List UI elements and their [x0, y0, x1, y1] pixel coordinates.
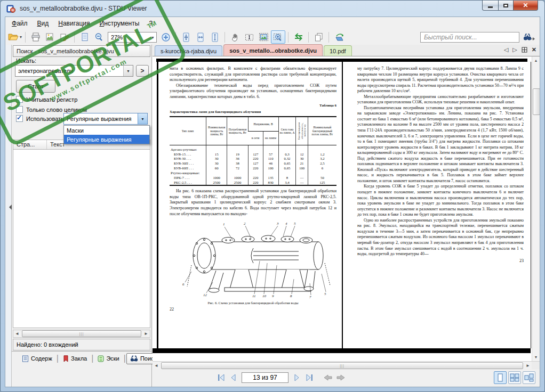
copy-pages-icon [314, 32, 323, 42]
print-icon [31, 32, 41, 42]
select-text-button[interactable] [242, 30, 257, 44]
tab-separator: | [57, 354, 59, 363]
next-page-button[interactable] [292, 372, 302, 383]
combo-dropdown-icon[interactable]: ▼ [123, 66, 133, 76]
rotate-page-button[interactable] [332, 30, 346, 44]
previous-page-button[interactable] [228, 372, 238, 383]
title-bar[interactable]: sos_v_metalloobrabotke.djvu - STDU Viewe… [1, 1, 544, 17]
zoom-out-button[interactable] [92, 30, 106, 44]
panel-tab-contents[interactable]: Содерж [18, 353, 56, 364]
paragraph: му патрубку 7. Цилиндрический корпус под… [357, 66, 524, 94]
menu-help[interactable]: ? [144, 18, 157, 29]
search-go-button[interactable]: > [136, 65, 149, 77]
quick-search-input[interactable] [420, 32, 519, 43]
document-tab-bar: s-kurochka-rjaba.djvusos_v_metallo...obr… [153, 45, 540, 56]
page-number-field[interactable]: 13 из 97 [242, 372, 288, 383]
scroll-tabs-right-icon[interactable]: ▷ [512, 46, 517, 53]
checkbox-row-case[interactable]: Учитывать регистр [16, 96, 77, 103]
select-image-icon [259, 32, 269, 42]
open-button[interactable]: ▼ [8, 30, 22, 44]
menu-view[interactable]: Вид [33, 18, 54, 29]
history-back-button[interactable] [323, 372, 333, 383]
table-row: БУВ-30П . . .3038127460,65212,5 [170, 161, 336, 166]
search-panel: Поиск - sos_v_metalloobrabotke.djvu Иска… [12, 45, 152, 387]
scroll-left-icon[interactable]: ◄ [13, 330, 21, 337]
zoom-region-button[interactable] [271, 30, 285, 44]
hand-tool-button[interactable] [228, 30, 242, 44]
panel-collapse-splitter[interactable] [5, 45, 12, 387]
close-button[interactable]: ✕ [514, 1, 538, 11]
search-query-combo[interactable]: электронагреватели ▼ [15, 65, 133, 77]
fit-page-button[interactable] [179, 30, 193, 44]
vertical-scrollbar-thumb[interactable] [533, 88, 540, 115]
app-window: sos_v_metalloobrabotke.djvu - STDU Viewe… [0, 0, 545, 392]
scrollbar-thumb[interactable]: ||| [22, 330, 141, 337]
scroll-right-icon[interactable]: ► [524, 362, 532, 369]
binoculars-go-icon[interactable] [523, 32, 535, 42]
menu-file[interactable]: Файл [7, 18, 33, 29]
scroll-down-icon[interactable]: ▼ [532, 353, 540, 361]
swap-pages-button[interactable] [291, 30, 306, 44]
paragraph: нита в основных фильтрах. В комплекте с … [170, 66, 336, 83]
use-mode-combo[interactable]: Регулярные выражения ▼ [63, 113, 148, 125]
page-viewer[interactable]: нита в основных фильтрах. В комплекте с … [153, 56, 540, 361]
maximize-button[interactable] [498, 1, 514, 11]
chevron-down-icon: ▼ [19, 35, 23, 39]
case-checkbox[interactable] [16, 96, 23, 103]
case-checkbox-label: Учитывать регистр [26, 96, 77, 103]
print-button[interactable] [28, 30, 43, 44]
two-page-layout-button[interactable] [508, 371, 521, 384]
fit-height-button[interactable] [207, 30, 222, 44]
document-tab[interactable]: 10.pdf [324, 45, 352, 56]
scroll-up-icon[interactable]: ▲ [532, 56, 540, 64]
select-image-button[interactable] [257, 30, 271, 44]
document-tab[interactable]: sos_v_metallo...obrabotke.djvu [223, 44, 323, 56]
fit-width-button[interactable] [193, 30, 207, 44]
edit-annotation-button[interactable] [57, 30, 71, 44]
paragraph: Одно из наиболее распространенных устрой… [357, 218, 524, 257]
toolbar: ▼27%▼ [5, 29, 540, 45]
zoom-level-combo[interactable]: 27%▼ [108, 32, 157, 43]
chevron-down-icon[interactable]: ▼ [151, 36, 155, 39]
dropdown-option[interactable]: Маски [64, 126, 149, 135]
panel-tab-bookmark[interactable]: Закла [59, 353, 91, 364]
menu-tools[interactable]: Инструменты [95, 18, 145, 29]
single-page-layout-button[interactable] [494, 371, 507, 384]
horizontal-scrollbar-thumb[interactable]: ||| [161, 362, 523, 369]
book-page-right: му патрубку 7. Цилиндрический корпус под… [343, 62, 531, 348]
panel-tab-thumbnails[interactable]: Эски [94, 353, 123, 364]
copy-button[interactable] [311, 30, 326, 44]
use-checkbox[interactable] [16, 115, 23, 122]
page-tool-button[interactable] [77, 30, 92, 44]
first-page-button[interactable] [215, 372, 226, 383]
scroll-right-icon[interactable]: ► [142, 330, 150, 337]
minimize-button[interactable] [482, 1, 498, 11]
paragraph: Полуавтоматическая несерийная установка … [357, 105, 524, 184]
vertical-scrollbar[interactable]: ▲ ▼ [532, 56, 540, 361]
checkbox-row-use[interactable]: Использовать: [16, 115, 66, 122]
whole-word-checkbox[interactable] [16, 106, 23, 113]
panel-horizontal-scrollbar[interactable]: ◄ ||| ► [13, 330, 150, 338]
use-combo-dropdown-icon[interactable]: ▼ [138, 113, 147, 124]
menu-navigation[interactable]: Навигация [53, 18, 94, 29]
continuous-layout-button[interactable] [523, 371, 535, 384]
history-forward-button[interactable] [335, 372, 346, 383]
rotate-stack-icon [334, 32, 344, 42]
export-image-button[interactable] [43, 30, 57, 44]
last-page-button[interactable] [304, 372, 315, 383]
scroll-left-icon[interactable]: ◄ [153, 362, 160, 369]
svg-text:5: 5 [324, 292, 326, 296]
tab-list-icon[interactable] [522, 47, 527, 53]
close-tab-icon[interactable]: ✕ [532, 46, 536, 53]
checkbox-row-whole-word[interactable]: Только слово целиком [16, 106, 87, 113]
document-tab[interactable]: s-kurochka-rjaba.djvu [155, 45, 222, 56]
results-column-page[interactable]: Стра... [13, 140, 47, 149]
results-list[interactable] [13, 150, 150, 328]
zoom-in-button[interactable] [158, 30, 173, 44]
whole-word-checkbox-label: Только слово целиком [26, 107, 87, 113]
start-button[interactable]: Старт [16, 80, 55, 93]
svg-text:8: 8 [290, 294, 292, 298]
horizontal-scrollbar[interactable]: ◄ ||| ► [153, 361, 540, 369]
dropdown-option[interactable]: Регулярные выражения [64, 135, 149, 144]
scroll-tabs-left-icon[interactable]: ◁ [504, 46, 508, 53]
